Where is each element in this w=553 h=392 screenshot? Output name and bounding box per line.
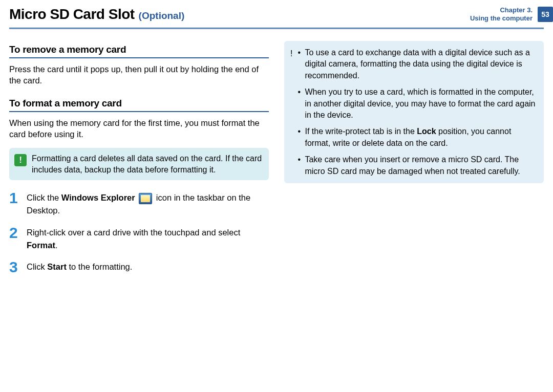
callout-info: ! To use a card to exchange data with a … [284,41,544,183]
step-3-body: Click Start to the formatting. [27,260,132,273]
step-1-bold: Windows Explorer [61,193,135,202]
list-item: When you try to use a card, which is for… [297,86,537,121]
callout-warning: ! Formatting a card deletes all data sav… [9,148,269,180]
callout-text: Formatting a card deletes all data saved… [32,153,263,175]
item3-a: If the write-protect tab is in the [305,127,417,136]
step-3-bold: Start [47,262,67,271]
header-right: Chapter 3. Using the computer 53 [470,6,553,22]
list-item: Take care when you insert or remove a mi… [297,154,537,177]
step-1-text-a: Click the [27,193,61,202]
list-item: If the write-protect tab is in the Lock … [297,126,537,149]
step-2-body: Right-click over a card drive with the t… [27,226,269,252]
step-number-2: 2 [9,225,20,241]
content-columns: To remove a memory card Press the card u… [0,35,553,284]
step-3: 3 Click Start to the formatting. [9,260,269,275]
page-number-badge: 53 [538,7,553,22]
left-column: To remove a memory card Press the card u… [9,41,269,284]
exclamation-icon: ! [290,49,292,58]
section-heading-format: To format a memory card [9,98,269,112]
header-rule-shadow [9,29,544,30]
step-2-text-b: . [55,241,58,250]
right-column: ! To use a card to exchange data with a … [284,41,544,284]
page-header: Micro SD Card Slot (Optional) Chapter 3.… [0,0,553,28]
windows-explorer-icon [139,193,152,204]
step-2-bold: Format [27,241,55,250]
title-wrap: Micro SD Card Slot (Optional) [9,6,184,23]
step-number-3: 3 [9,259,20,275]
remove-body: Press the card until it pops up, then pu… [9,63,269,86]
format-body: When using the memory card for the first… [9,117,269,140]
list-item: To use a card to exchange data with a di… [297,47,537,81]
step-2: 2 Right-click over a card drive with the… [9,226,269,252]
page-subtitle: (Optional) [139,10,185,21]
page-title: Micro SD Card Slot [9,6,135,23]
step-2-text-a: Right-click over a card drive with the t… [27,228,240,237]
step-1: 1 Click the Windows Explorer icon in the… [9,191,269,217]
exclamation-icon: ! [14,154,27,166]
chapter-info: Chapter 3. Using the computer [470,6,533,22]
step-3-text-a: Click [27,262,47,271]
step-3-text-b: to the formatting. [67,262,132,271]
item3-bold: Lock [417,127,436,136]
step-1-body: Click the Windows Explorer icon in the t… [27,191,269,217]
info-list: To use a card to exchange data with a di… [297,47,537,177]
step-number-1: 1 [9,190,20,206]
chapter-line-2: Using the computer [470,14,533,23]
section-heading-remove: To remove a memory card [9,44,269,58]
chapter-line-1: Chapter 3. [470,6,533,14]
